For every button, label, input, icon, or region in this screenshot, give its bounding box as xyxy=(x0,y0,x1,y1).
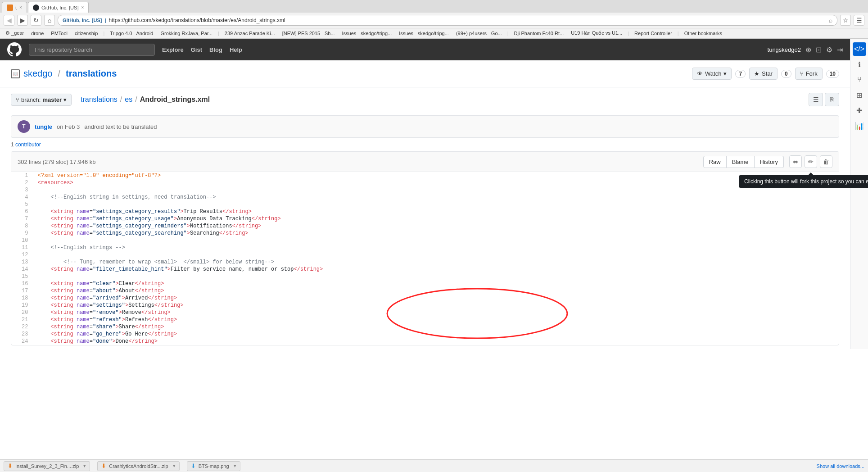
line-code xyxy=(34,251,839,259)
back-button[interactable]: ◀ xyxy=(4,15,14,26)
line-number[interactable]: 21 xyxy=(11,316,34,323)
line-number[interactable]: 17 xyxy=(11,287,34,295)
chart-icon[interactable]: 📊 xyxy=(853,119,866,132)
line-code: <string name="settings_category_reminder… xyxy=(34,222,839,230)
contributor-number: 1 xyxy=(11,141,14,148)
line-code: <string name="filter_timetable_hint">Fil… xyxy=(34,266,839,273)
list-view-button[interactable]: ☰ xyxy=(809,93,823,106)
tab-close-icon[interactable]: × xyxy=(81,5,84,10)
line-number[interactable]: 20 xyxy=(11,309,34,316)
watch-button[interactable]: 👁 Watch ▾ xyxy=(692,68,732,80)
branch-selector[interactable]: ⑂ branch: master ▾ xyxy=(11,94,72,106)
table-row: 7 <string name="settings_category_usage"… xyxy=(11,215,839,222)
fork-button[interactable]: ⑂ Fork xyxy=(795,68,823,80)
reload-button[interactable]: ↻ xyxy=(31,15,41,26)
branch-view-icon[interactable]: ⑂ xyxy=(853,73,866,86)
tab-close-icon[interactable]: × xyxy=(19,5,22,10)
add-icon[interactable]: ✚ xyxy=(853,104,866,117)
contributor-link[interactable]: contributor xyxy=(15,141,41,148)
grid-icon[interactable]: ⊞ xyxy=(853,88,866,102)
github-logo[interactable] xyxy=(7,42,22,57)
browser-tab-inactive[interactable]: t × xyxy=(2,2,27,13)
file-container: 302 lines (279 sloc) 17.946 kb Raw Blame… xyxy=(11,151,839,345)
settings-icon[interactable]: ⚙ xyxy=(826,45,832,54)
line-number[interactable]: 4 xyxy=(11,194,34,201)
table-row: 13 <!-- Tung, remember to wrap <small> <… xyxy=(11,259,839,266)
repo-org-link[interactable]: skedgo xyxy=(23,68,53,79)
line-number[interactable]: 2 xyxy=(11,179,34,186)
line-number[interactable]: 14 xyxy=(11,266,34,273)
plus-icon[interactable]: ⊕ xyxy=(805,45,811,54)
bookmarks-bar: ⚙ _gear drone PMTool citizenship | Tripg… xyxy=(0,28,868,38)
bookmarks-button[interactable]: ☆ xyxy=(840,15,851,26)
line-number[interactable]: 1 xyxy=(11,172,34,179)
browser-tab-active[interactable]: GitHub, Inc. [US] × xyxy=(28,2,89,13)
search-input[interactable] xyxy=(29,44,155,56)
line-number[interactable]: 11 xyxy=(11,244,34,251)
bookmark-issues2[interactable]: Issues - skedgo/tripg... xyxy=(397,30,451,36)
nav-blog[interactable]: Blog xyxy=(209,46,222,53)
table-row: 15 xyxy=(11,273,839,280)
bookmark-tripgo[interactable]: Tripgo 4.0 - Android xyxy=(108,30,155,36)
signout-icon[interactable]: ⇥ xyxy=(837,45,843,54)
line-number[interactable]: 19 xyxy=(11,302,34,309)
monitor-icon[interactable]: ⊡ xyxy=(816,45,822,54)
raw-copy-button[interactable]: ⎘ xyxy=(825,93,839,106)
line-number[interactable]: 8 xyxy=(11,222,34,230)
history-button[interactable]: History xyxy=(755,156,784,168)
line-number[interactable]: 6 xyxy=(11,208,34,215)
github-layout: Explore Gist Blog Help tungskedgo2 ⊕ ⊡ ⚙… xyxy=(0,39,868,349)
line-number[interactable]: 7 xyxy=(11,215,34,222)
bookmark-pes[interactable]: [NEW] PES 2015 - Sh... xyxy=(280,30,337,36)
nav-explore[interactable]: Explore xyxy=(162,46,184,53)
line-number[interactable]: 5 xyxy=(11,201,34,208)
bookmark-issues1[interactable]: Issues - skedgo/tripg... xyxy=(340,30,394,36)
raw-button[interactable]: Raw xyxy=(703,156,727,168)
commit-author[interactable]: tungle xyxy=(35,123,52,130)
bookmark-gear[interactable]: ⚙ _gear xyxy=(4,30,26,36)
address-bar[interactable]: GitHub, Inc. [US] | https://github.com/s… xyxy=(58,15,837,26)
bookmark-dji[interactable]: Dji Phantom Fc40 Rt... xyxy=(512,30,566,36)
repo-name-link[interactable]: translations xyxy=(66,68,117,79)
bookmark-other[interactable]: Other bookmarks xyxy=(683,30,724,36)
bookmark-citizenship[interactable]: citizenship xyxy=(73,30,99,36)
line-number[interactable]: 13 xyxy=(11,259,34,266)
delete-icon[interactable]: 🗑 xyxy=(820,155,832,168)
bookmark-u19[interactable]: U19 Hàn Quốc vs U1... xyxy=(569,30,624,36)
bookmark-sep4: | xyxy=(628,31,629,36)
nav-gist[interactable]: Gist xyxy=(191,46,202,53)
bookmark-drone[interactable]: drone xyxy=(29,30,45,36)
file-nav: ⑂ branch: master ▾ translations / es / A… xyxy=(0,87,850,112)
line-number[interactable]: 10 xyxy=(11,237,34,244)
code-view-icon[interactable]: </> xyxy=(853,42,866,56)
github-search[interactable] xyxy=(29,44,155,56)
bookmark-pmtool[interactable]: PMTool xyxy=(49,30,69,36)
line-number[interactable]: 9 xyxy=(11,230,34,237)
bc-es-link[interactable]: es xyxy=(125,95,132,104)
line-code: <string name="about">About</string> xyxy=(34,287,839,295)
line-number[interactable]: 23 xyxy=(11,331,34,338)
menu-button[interactable]: ☰ xyxy=(854,15,864,26)
edit-icon[interactable]: ✏ Clicking this button will fork this pr… xyxy=(805,155,817,168)
bc-repo-link[interactable]: translations xyxy=(81,95,118,104)
forward-button[interactable]: ▶ xyxy=(17,15,28,26)
star-button[interactable]: ★ Star xyxy=(749,68,778,80)
line-number[interactable]: 3 xyxy=(11,186,34,194)
line-number[interactable]: 15 xyxy=(11,273,34,280)
blame-button[interactable]: Blame xyxy=(727,156,755,168)
bookmark-report[interactable]: Report Controller xyxy=(633,30,674,36)
fork-icon: ⑂ xyxy=(800,70,804,77)
line-number[interactable]: 22 xyxy=(11,323,34,331)
bookmark-anzac[interactable]: 239 Anzac Parade Ki... xyxy=(223,30,277,36)
bookmark-p4users[interactable]: (99+) p4users - Go... xyxy=(454,30,504,36)
bookmark-grokking[interactable]: Grokking RxJava, Par... xyxy=(158,30,214,36)
nav-help[interactable]: Help xyxy=(230,46,242,53)
info-icon[interactable]: ℹ xyxy=(853,58,866,71)
home-button[interactable]: ⌂ xyxy=(44,15,55,26)
line-number[interactable]: 24 xyxy=(11,338,34,345)
line-number[interactable]: 18 xyxy=(11,295,34,302)
raw-link-icon[interactable]: ⇔ xyxy=(789,155,802,168)
username-label[interactable]: tungskedgo2 xyxy=(768,46,801,53)
line-number[interactable]: 12 xyxy=(11,251,34,259)
line-number[interactable]: 16 xyxy=(11,280,34,287)
